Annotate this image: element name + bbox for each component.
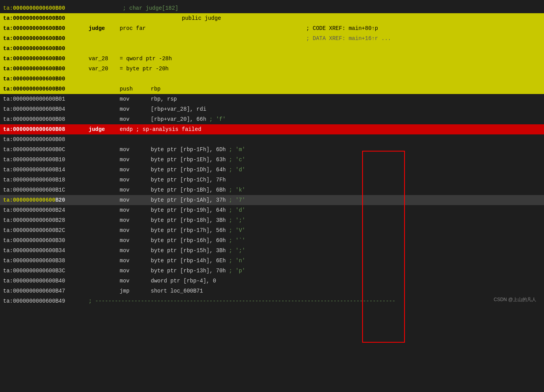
operands: byte ptr [rbp-13h], 70h [151, 268, 226, 274]
operands: byte ptr [rbp-19h], 64h [151, 207, 226, 213]
table-row: ta:0000000000600B00 ; char judge[182] [0, 3, 544, 13]
table-row: ta:0000000000600B49 ; ------------------… [0, 296, 544, 306]
comment: ; '`' [229, 237, 245, 244]
address: ta:0000000000600B40 [3, 278, 89, 284]
table-row: ta:0000000000600B2C mov byte ptr [rbp-17… [0, 225, 544, 235]
comment: ; char judge[182] [123, 5, 178, 11]
comment: ; DATA XREF: main+16↑r ... [306, 35, 391, 42]
operands: [rbp+var_28], rdi [151, 106, 206, 112]
address: ta:0000000000600B28 [3, 217, 89, 223]
mnemonic: mov [120, 258, 151, 264]
table-row: ta:0000000000600B3C mov byte ptr [rbp-13… [0, 266, 544, 276]
table-row: ta:0000000000600B08 judge endp ; sp-anal… [0, 124, 544, 134]
mnemonic: mov [120, 157, 151, 163]
disassembly-view: ta:0000000000600B00 ; char judge[182] ta… [0, 0, 544, 309]
address: ta:0000000000600B00 [3, 35, 89, 42]
operands: endp ; sp-analysis failed [120, 126, 201, 132]
table-row: ta:0000000000600B00 var_20 = byte ptr -2… [0, 64, 544, 74]
address: ta:0000000000600B38 [3, 258, 89, 264]
table-row: ta:0000000000600B00 public judge [0, 13, 544, 23]
table-row: ta:0000000000600B40 mov dword ptr [rbp-4… [0, 276, 544, 286]
comment: ; 'p' [229, 268, 245, 274]
address: ta:0000000000600B00 [3, 56, 89, 62]
table-row: ta:0000000000600B01 mov rbp, rsp [0, 94, 544, 104]
mnemonic: mov [120, 116, 151, 122]
comment: ; 'd' [229, 167, 245, 173]
separator: ; --------------------------------------… [89, 298, 396, 304]
table-row: ta:0000000000600B00 judge proc far ; COD… [0, 23, 544, 33]
table-row: ta:0000000000600B04 mov [rbp+var_28], rd… [0, 104, 544, 114]
table-row: ta:0000000000600B20 mov byte ptr [rbp-1A… [0, 195, 544, 205]
operands: byte ptr [rbp-1Dh], 64h [151, 167, 226, 173]
address: ta:0000000000600B10 [3, 157, 89, 163]
table-row: ta:0000000000600B1C mov byte ptr [rbp-1B… [0, 185, 544, 195]
address: ta:0000000000600B00 [3, 5, 89, 11]
table-row: ta:0000000000600B47 jmp short loc_600B71 [0, 286, 544, 296]
comment: ; 'f' [209, 116, 226, 122]
address: ta:0000000000600B08 [3, 136, 89, 143]
mnemonic: mov [120, 268, 151, 274]
operands: byte ptr [rbp-18h], 3Bh [151, 217, 226, 223]
operands: [rbp+var_20], 66h [151, 116, 206, 122]
address: ta:0000000000600B14 [3, 167, 89, 173]
address: ta:0000000000600B04 [3, 106, 89, 112]
operands: rbp [151, 86, 160, 92]
table-row: ta:0000000000600B34 mov byte ptr [rbp-15… [0, 246, 544, 256]
comment: ; ';' [229, 217, 245, 223]
address: ta:0000000000600B30 [3, 237, 89, 244]
mnemonic: mov [120, 197, 151, 203]
table-row: ta:0000000000600B00 [0, 44, 544, 54]
comment: ; 'V' [229, 227, 245, 233]
comment: ; 'c' [229, 157, 245, 163]
mnemonic: mov [120, 207, 151, 213]
operands: short loc_600B71 [151, 288, 203, 294]
address: ta:0000000000600B08 [3, 126, 89, 132]
mnemonic: mov [120, 278, 151, 284]
mnemonic: mov [120, 177, 151, 183]
operands: byte ptr [rbp-14h], 6Eh [151, 258, 226, 264]
address: ta:0000000000600B01 [3, 96, 89, 102]
mnemonic: mov [120, 106, 151, 112]
table-row: ta:0000000000600B14 mov byte ptr [rbp-1D… [0, 165, 544, 175]
operands: byte ptr [rbp-1Ch], 7Fh [151, 177, 226, 183]
operands: byte ptr [rbp-16h], 60h [151, 237, 226, 244]
mnemonic: mov [120, 167, 151, 173]
address: ta:0000000000600B00 [3, 45, 89, 52]
comment: ; 'n' [229, 258, 245, 264]
address: ta:0000000000600B0C [3, 146, 89, 153]
table-row: ta:0000000000600B28 mov byte ptr [rbp-18… [0, 215, 544, 225]
address: ta:0000000000600B00 [3, 76, 89, 82]
comment: ; CODE XREF: main+80↑p [306, 25, 378, 31]
mnemonic: mov [120, 217, 151, 223]
address: ta:0000000000600B24 [3, 207, 89, 213]
mnemonic: mov [120, 96, 151, 102]
label: judge [89, 126, 120, 132]
comment: ; 'm' [229, 146, 245, 153]
address: ta:0000000000600B00 [3, 15, 89, 21]
address: ta:0000000000600B3C [3, 268, 89, 274]
address: ta:0000000000600B18 [3, 177, 89, 183]
mnemonic: jmp [120, 288, 151, 294]
mnemonic: mov [120, 187, 151, 193]
operands: public judge [182, 15, 221, 21]
table-row: ta:0000000000600B00 ; DATA XREF: main+16… [0, 33, 544, 44]
address: ta:0000000000600B2C [3, 227, 89, 233]
comment: ; ';' [229, 247, 245, 254]
comment: ; 'd' [229, 207, 245, 213]
table-row: ta:0000000000600B00 [0, 74, 544, 84]
table-row: ta:0000000000600B38 mov byte ptr [rbp-14… [0, 256, 544, 266]
operands: dword ptr [rbp-4], 0 [151, 278, 216, 284]
address: ta:0000000000600B49 [3, 298, 89, 304]
table-row: ta:0000000000600B30 mov byte ptr [rbp-16… [0, 235, 544, 246]
mnemonic: mov [120, 146, 151, 153]
table-row: ta:0000000000600B10 mov byte ptr [rbp-1E… [0, 155, 544, 165]
operands: byte ptr [rbp-1Bh], 6Bh [151, 187, 226, 193]
operands: byte ptr [rbp-1Eh], 63h [151, 157, 226, 163]
operands: = byte ptr -20h [120, 66, 169, 72]
address: ta:0000000000600B08 [3, 116, 89, 122]
operands: rbp, rsp [151, 96, 177, 102]
table-row: ta:0000000000600B00 var_28 = qword ptr -… [0, 54, 544, 64]
mnemonic: mov [120, 227, 151, 233]
comment: ; 'k' [229, 187, 245, 193]
address: ta:0000000000600B00 [3, 66, 89, 72]
